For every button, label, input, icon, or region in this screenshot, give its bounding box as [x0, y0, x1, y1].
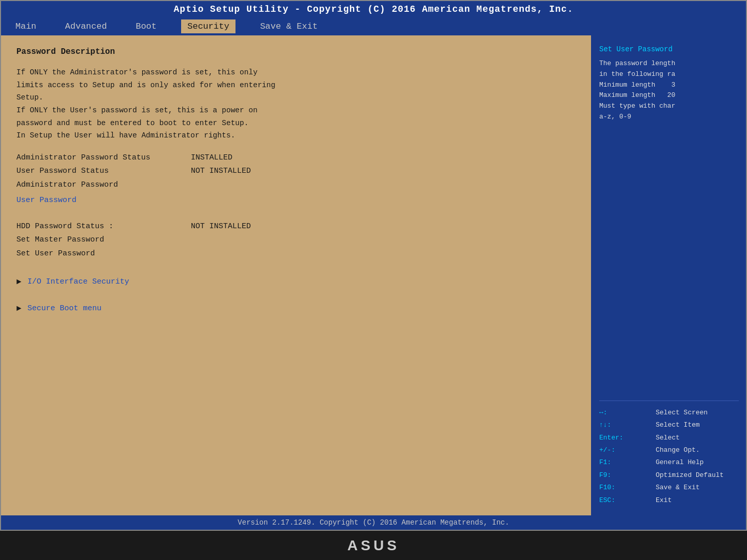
key-desc-f1: General Help — [656, 457, 704, 468]
nav-advanced[interactable]: Advanced — [61, 19, 111, 33]
admin-password-row: Administrator Password — [16, 179, 576, 193]
hdd-password-status-value: NOT INSTALLED — [191, 221, 251, 233]
key-help: ↔: Select Screen ↑↓: Select Item Enter: … — [599, 401, 739, 508]
key-f9: F9: Optimized Default — [599, 470, 739, 481]
help-text: The password length in the following ra … — [599, 58, 739, 123]
hdd-password-status-label: HDD Password Status : — [16, 221, 191, 233]
key-select-screen: ↔: Select Screen — [599, 407, 739, 418]
admin-password-status-value: INSTALLED — [191, 152, 232, 164]
key-enter: Enter: Select — [599, 432, 739, 443]
set-user-password-item[interactable]: Set User Password — [16, 248, 576, 260]
hdd-password-status-row: HDD Password Status : NOT INSTALLED — [16, 221, 576, 233]
key-label-screen: ↔: — [599, 407, 656, 418]
key-desc-screen: Select Screen — [656, 407, 707, 418]
nav-security[interactable]: Security — [181, 19, 235, 33]
right-panel: Set User Password The password length in… — [592, 35, 746, 515]
secure-boot-menu-item[interactable]: ► Secure Boot menu — [16, 303, 576, 315]
key-label-f10: F10: — [599, 482, 656, 493]
io-interface-security-label: I/O Interface Security — [28, 276, 129, 288]
arrow-right-icon: ► — [16, 276, 22, 288]
nav-boot[interactable]: Boot — [131, 19, 161, 33]
key-desc-change: Change Opt. — [656, 445, 700, 455]
key-desc-enter: Select — [656, 432, 680, 443]
key-label-item: ↑↓: — [599, 419, 656, 430]
user-password-status-row: User Password Status NOT INSTALLED — [16, 166, 576, 177]
left-panel: Password Description If ONLY the Adminis… — [1, 35, 592, 515]
io-interface-security-item[interactable]: ► I/O Interface Security — [16, 276, 576, 288]
key-f1: F1: General Help — [599, 457, 739, 468]
nav-save-exit[interactable]: Save & Exit — [256, 19, 322, 33]
arrow-right-icon-2: ► — [16, 303, 22, 315]
main-content: Password Description If ONLY the Adminis… — [1, 35, 746, 515]
key-label-enter: Enter: — [599, 432, 656, 443]
key-esc: ESC: Exit — [599, 495, 739, 506]
key-desc-f9: Optimized Default — [656, 470, 724, 481]
key-label-change: +/-: — [599, 445, 656, 455]
footer-text: Version 2.17.1249. Copyright (C) 2016 Am… — [238, 518, 509, 527]
bios-screen: Aptio Setup Utility - Copyright (C) 2016… — [0, 0, 747, 531]
user-password-status-label: User Password Status — [16, 166, 191, 177]
bottom-bar: ASUS — [347, 531, 400, 560]
key-select-item: ↑↓: Select Item — [599, 419, 739, 430]
key-desc-esc: Exit — [656, 495, 672, 506]
help-section: Set User Password The password length in… — [599, 44, 739, 123]
title-text: Aptio Setup Utility - Copyright (C) 2016… — [174, 4, 574, 14]
asus-logo: ASUS — [347, 537, 400, 554]
set-master-password-item[interactable]: Set Master Password — [16, 234, 576, 246]
admin-password-status-row: Administrator Password Status INSTALLED — [16, 152, 576, 164]
key-label-esc: ESC: — [599, 495, 656, 506]
user-password-label[interactable]: User Password — [16, 195, 191, 207]
description-text: If ONLY the Administrator's password is … — [16, 66, 576, 142]
key-desc-f10: Save & Exit — [656, 482, 700, 493]
admin-password-status-label: Administrator Password Status — [16, 152, 191, 164]
key-desc-item: Select Item — [656, 419, 700, 430]
desc-line-1: If ONLY the Administrator's password is … — [16, 68, 276, 139]
section-title: Password Description — [16, 46, 576, 58]
user-password-row: User Password — [16, 195, 576, 209]
key-f10: F10: Save & Exit — [599, 482, 739, 493]
help-title: Set User Password — [599, 44, 739, 55]
key-change-opt: +/-: Change Opt. — [599, 445, 739, 455]
nav-main[interactable]: Main — [11, 19, 41, 33]
status-table: Administrator Password Status INSTALLED … — [16, 152, 576, 209]
admin-password-label[interactable]: Administrator Password — [16, 179, 191, 191]
secure-boot-label: Secure Boot menu — [28, 303, 102, 315]
nav-menu: Main Advanced Boot Security Save & Exit — [1, 17, 746, 35]
user-password-status-value: NOT INSTALLED — [191, 166, 251, 177]
key-label-f1: F1: — [599, 457, 656, 468]
footer: Version 2.17.1249. Copyright (C) 2016 Am… — [1, 515, 746, 530]
key-label-f9: F9: — [599, 470, 656, 481]
title-bar: Aptio Setup Utility - Copyright (C) 2016… — [1, 1, 746, 17]
